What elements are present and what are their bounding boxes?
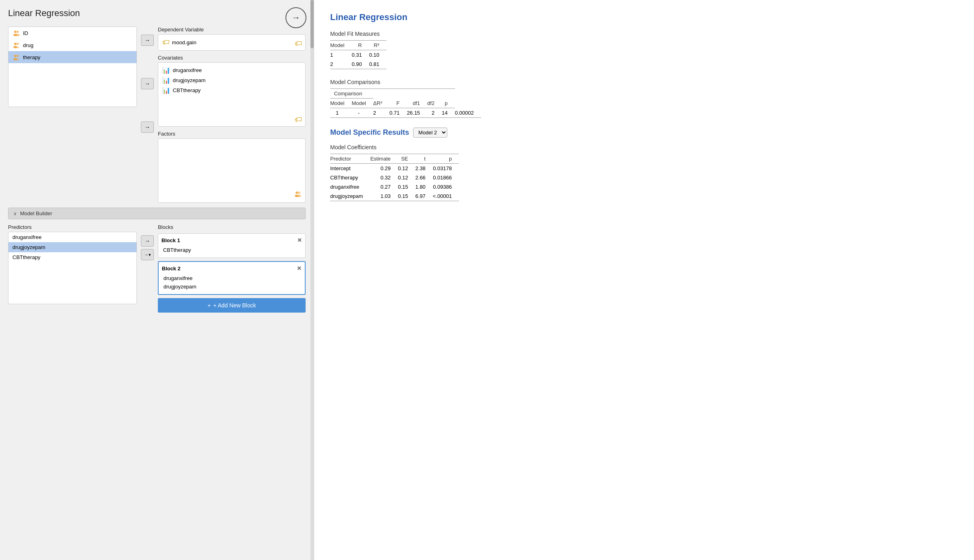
- pred-item-2[interactable]: CBTtherapy: [8, 252, 136, 262]
- coef-row-3: drugjoyzepam 1.03 0.15 6.97 <.00001: [330, 191, 459, 201]
- model-specific-title: Model Specific Results: [330, 128, 409, 137]
- model-fit-section: Model Fit Measures Model R R² 1 0.31 0.1…: [330, 31, 958, 69]
- coef-row0-pred: Intercept: [330, 164, 370, 173]
- arrow-model-btn[interactable]: →: [141, 235, 154, 247]
- svg-text:a: a: [17, 58, 19, 61]
- arrow-factors-btn[interactable]: →: [141, 121, 154, 133]
- mf-col-r2: R²: [369, 41, 387, 50]
- coef-row2-est: 0.27: [370, 182, 398, 191]
- gold-tag-icon: 🏷: [162, 38, 170, 47]
- coef-col-se: SE: [398, 154, 415, 164]
- model-select[interactable]: Model 2: [413, 128, 447, 138]
- covariate-name-0: druganxifree: [173, 67, 202, 73]
- mc-col-df1: df1: [407, 99, 428, 108]
- covariate-name-1: drugjoyzepam: [173, 77, 206, 83]
- mc-col-model2: Model: [352, 99, 373, 108]
- mc-col-blank5: [442, 89, 455, 99]
- variable-list: ID a drug: [8, 27, 137, 107]
- svg-point-4: [14, 43, 17, 45]
- navigate-button[interactable]: →: [285, 7, 306, 28]
- mc-row0-model2: 2: [373, 108, 389, 118]
- block-2-header: Block 2 ✕: [162, 265, 302, 272]
- corner-people-icon: [294, 190, 302, 200]
- coef-row-0: Intercept 0.29 0.12 2.38 0.03178: [330, 164, 459, 173]
- mc-row-0: 1 - 2 0.71 26.15 2 14 0.00002: [330, 108, 481, 118]
- mc-col-f: F: [389, 99, 407, 108]
- blocks-label: Blocks: [158, 224, 306, 230]
- svg-point-5: [17, 43, 19, 45]
- mc-col-dr2: ΔR²: [373, 99, 389, 108]
- pred-item-1[interactable]: drugjoyzepam: [8, 242, 136, 252]
- covariate-item-0: 📊 druganxifree: [161, 65, 302, 75]
- block-1-item-name-0: CBTtherapy: [163, 247, 191, 253]
- results-title: Linear Regression: [330, 12, 958, 23]
- coefficients-table: Predictor Estimate SE t p Intercept 0.29…: [330, 154, 459, 201]
- mf-row-0: 1 0.31 0.10: [330, 50, 387, 60]
- svg-point-9: [17, 55, 19, 57]
- variable-name-id: ID: [23, 30, 28, 36]
- arrow-model-split-btn[interactable]: →▾: [141, 249, 154, 260]
- model-comparisons-title: Model Comparisons: [330, 79, 958, 85]
- factors-section: Factors: [158, 131, 306, 203]
- add-new-block-button[interactable]: + + Add New Block: [158, 298, 306, 313]
- pred-name-2: CBTtherapy: [12, 254, 40, 260]
- svg-point-8: [14, 55, 17, 57]
- mc-col-blank1: [373, 89, 389, 99]
- factors-box[interactable]: [158, 138, 306, 203]
- svg-point-13: [298, 191, 300, 194]
- coef-row3-pred: drugjoyzepam: [330, 191, 370, 201]
- pred-name-0: druganxifree: [12, 234, 41, 240]
- coef-row-1: CBTtherapy 0.32 0.12 2.66 0.01866: [330, 173, 459, 182]
- block-1-close[interactable]: ✕: [297, 237, 302, 243]
- variable-name-therapy: therapy: [23, 54, 40, 60]
- model-specific-header: Model Specific Results Model 2: [330, 128, 958, 138]
- model-specific-section: Model Specific Results Model 2 Model Coe…: [330, 128, 958, 201]
- mf-row0-r2: 0.10: [369, 50, 387, 60]
- coef-col-predictor: Predictor: [330, 154, 370, 164]
- coef-row3-t: 6.97: [416, 191, 433, 201]
- block-2-close[interactable]: ✕: [297, 265, 302, 272]
- corner-gold-icon: 🏷: [295, 39, 302, 48]
- chevron-icon: ∨: [13, 211, 17, 216]
- coef-row2-t: 1.80: [416, 182, 433, 191]
- mf-col-r: R: [352, 41, 369, 50]
- model-arrows-col: → →▾: [141, 224, 154, 260]
- coef-row0-se: 0.12: [398, 164, 415, 173]
- dependent-variable-section: Dependent Variable 🏷 mood.gain 🏷: [158, 27, 306, 51]
- coef-row1-p: 0.01866: [433, 173, 459, 182]
- model-builder-divider[interactable]: ∨ Model Builder: [8, 208, 306, 219]
- arrow-covariates-btn[interactable]: →: [141, 78, 154, 89]
- left-panel: Linear Regression → ID: [0, 0, 314, 560]
- scrollbar-track[interactable]: [310, 0, 314, 560]
- arrows-col: → → →: [141, 27, 154, 133]
- svg-point-1: [17, 31, 19, 33]
- covariates-box[interactable]: 📊 druganxifree 📊 drugjoyzepam 📊 CBTthera…: [158, 62, 306, 127]
- right-slots: Dependent Variable 🏷 mood.gain 🏷 Covaria…: [158, 27, 306, 203]
- variable-item-drug[interactable]: a drug: [8, 39, 136, 51]
- block-1-title: Block 1: [161, 237, 180, 243]
- block-1-item-0: CBTtherapy: [161, 246, 302, 254]
- model-fit-header-row: Model R R²: [330, 41, 387, 50]
- model-fit-table: Model R R² 1 0.31 0.10 2 0.90 0.81: [330, 40, 387, 69]
- mc-row0-df2: 14: [442, 108, 455, 118]
- coef-row2-se: 0.15: [398, 182, 415, 191]
- pred-item-0[interactable]: druganxifree: [8, 232, 136, 242]
- model-comparisons-section: Model Comparisons Comparison Model Model…: [330, 79, 958, 118]
- mc-col-blank3: [407, 89, 428, 99]
- mc-row0-dash: -: [352, 108, 373, 118]
- scrollbar-thumb[interactable]: [310, 0, 314, 48]
- dependent-variable-item: 🏷 mood.gain: [161, 37, 302, 48]
- variable-item-id[interactable]: ID: [8, 27, 136, 39]
- svg-point-3: [16, 34, 20, 36]
- svg-point-0: [14, 31, 17, 33]
- mf-col-model: Model: [330, 41, 352, 50]
- variable-item-therapy[interactable]: a therapy: [8, 51, 136, 63]
- mc-col-model1: Model: [330, 99, 352, 108]
- coef-col-t: t: [416, 154, 433, 164]
- covariate-item-1: 📊 drugjoyzepam: [161, 75, 302, 85]
- mc-row0-p: 0.00002: [455, 108, 481, 118]
- mc-row0-dr2: 0.71: [389, 108, 407, 118]
- block-1-header: Block 1 ✕: [161, 237, 302, 243]
- arrow-dependent-btn[interactable]: →: [141, 35, 154, 46]
- dependent-variable-box[interactable]: 🏷 mood.gain 🏷: [158, 34, 306, 51]
